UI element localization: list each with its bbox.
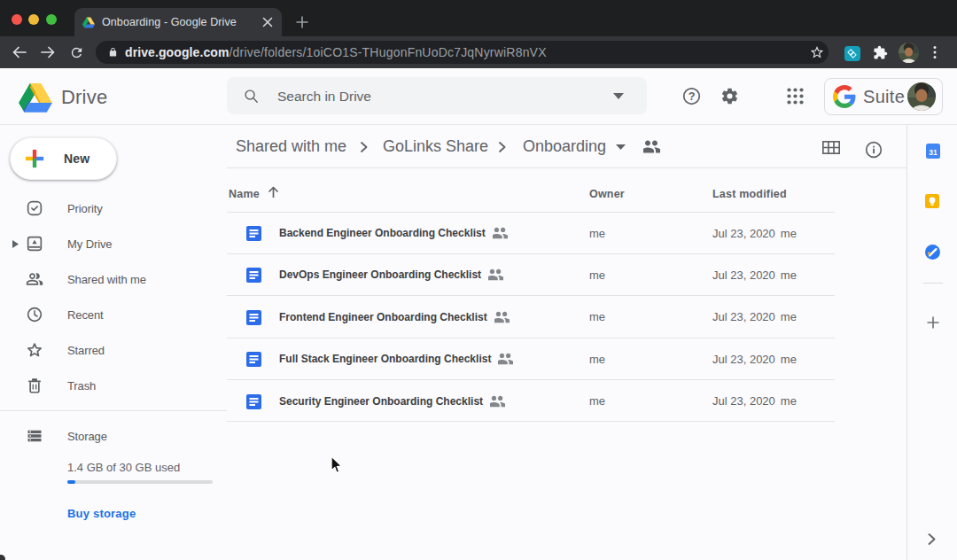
svg-text:?: ? — [689, 90, 696, 103]
